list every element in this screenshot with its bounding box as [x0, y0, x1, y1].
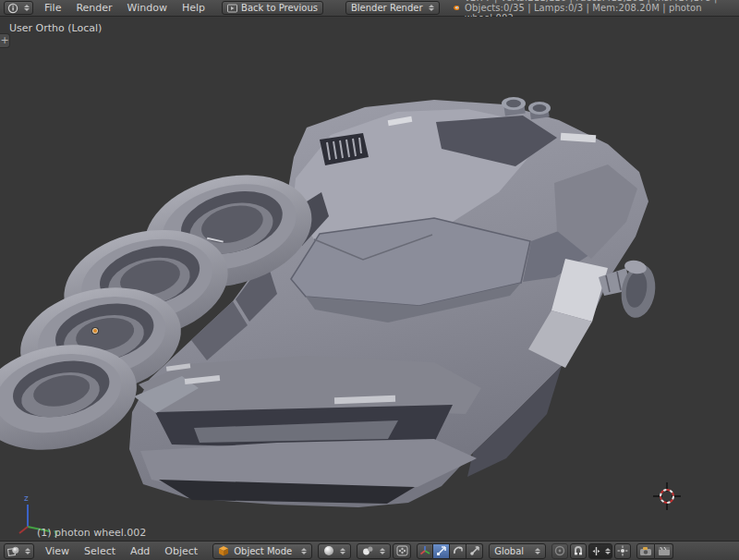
- snap-increment-icon: [591, 546, 601, 556]
- render-engine-value: Blender Render: [351, 3, 423, 13]
- proportional-edit-button[interactable]: [551, 543, 568, 559]
- editor-type-selector[interactable]: [4, 1, 33, 15]
- opengl-render-image-button[interactable]: [636, 543, 655, 559]
- transform-orientation-select[interactable]: Global: [489, 543, 546, 559]
- spinner: [25, 548, 30, 554]
- mode-select-value: Object Mode: [234, 546, 292, 556]
- 3d-cursor[interactable]: [653, 482, 681, 510]
- snap-toggle-button[interactable]: [570, 543, 587, 559]
- shading-solid-icon: [323, 545, 334, 556]
- spinner: [535, 548, 540, 554]
- info-editor-icon: [7, 3, 18, 14]
- manipulate-center-points-toggle[interactable]: [393, 543, 411, 559]
- center-points-icon: [396, 545, 408, 556]
- opengl-render-buttons: [636, 543, 673, 559]
- spinner: [340, 548, 345, 554]
- orientation-value: Global: [494, 546, 524, 556]
- manipulator-toggle-button[interactable]: [417, 543, 433, 559]
- scale-icon: [469, 545, 480, 556]
- render-clapper-icon: [658, 546, 671, 556]
- viewport-shading-select[interactable]: [318, 543, 351, 559]
- spinner: [24, 5, 30, 11]
- view3d-header: View Select Add Object Object Mode: [0, 541, 739, 560]
- rotate-icon: [453, 545, 464, 556]
- info-header: File Render Window Help Back to Previous…: [0, 0, 739, 17]
- mode-select[interactable]: Object Mode: [212, 543, 312, 559]
- snap-magnet-icon: [573, 545, 584, 556]
- view-mode-label: User Ortho (Local): [9, 22, 102, 34]
- snap-target-icon: [617, 545, 628, 556]
- translate-manipulator-button[interactable]: [433, 543, 450, 559]
- rotate-manipulator-button[interactable]: [450, 543, 466, 559]
- render-camera-icon: [639, 546, 652, 556]
- toolshelf-expand-handle[interactable]: +: [0, 33, 10, 48]
- snap-target-button[interactable]: [614, 543, 631, 559]
- menu-select[interactable]: Select: [77, 543, 123, 559]
- menu-help[interactable]: Help: [175, 0, 212, 16]
- snap-element-select[interactable]: [588, 543, 612, 559]
- blender-window: File Render Window Help Back to Previous…: [0, 0, 739, 560]
- object-origin-dot: [91, 327, 99, 335]
- spinner: [605, 548, 611, 554]
- axis-z-label: z: [24, 493, 29, 503]
- scale-manipulator-button[interactable]: [466, 543, 483, 559]
- proportional-edit-icon: [554, 545, 565, 556]
- pivot-point-select[interactable]: [357, 543, 391, 559]
- object-mode-cube-icon: [218, 545, 229, 556]
- view3d-editor-icon: [7, 545, 19, 557]
- viewport-scene[interactable]: z y: [0, 17, 739, 541]
- manipulator-axes-icon: [419, 545, 430, 556]
- editor-type-selector-3dview[interactable]: [4, 543, 34, 559]
- spinner: [429, 5, 434, 11]
- back-to-previous-button[interactable]: Back to Previous: [222, 1, 323, 15]
- menu-file[interactable]: File: [37, 0, 68, 16]
- spinner: [380, 548, 385, 554]
- opengl-render-anim-button[interactable]: [655, 543, 673, 559]
- menu-view[interactable]: View: [38, 543, 77, 559]
- pivot-point-icon: [362, 545, 374, 556]
- spinner: [301, 548, 307, 554]
- manipulator-buttons: [417, 543, 483, 559]
- render-engine-select[interactable]: Blender Render: [345, 1, 440, 15]
- menu-object[interactable]: Object: [157, 543, 205, 559]
- translate-icon: [436, 545, 447, 556]
- viewport-3d[interactable]: z y User Ortho (Local) + (1) photon whee…: [0, 17, 739, 541]
- back-to-previous-label: Back to Previous: [241, 3, 318, 13]
- active-object-label: (1) photon wheel.002: [37, 527, 146, 539]
- blender-logo-icon: [453, 2, 460, 14]
- screen-back-icon: [227, 4, 237, 13]
- menu-window[interactable]: Window: [120, 0, 175, 16]
- menu-render[interactable]: Render: [68, 0, 119, 16]
- menu-add[interactable]: Add: [123, 543, 157, 559]
